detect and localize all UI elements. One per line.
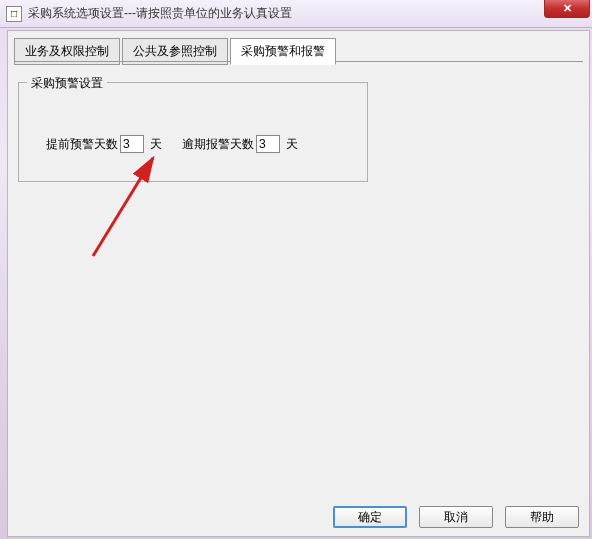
button-label: 帮助 [530, 509, 554, 526]
tab-label: 业务及权限控制 [25, 44, 109, 58]
ok-button[interactable]: 确定 [333, 506, 407, 528]
tab-purchase-alerts[interactable]: 采购预警和报警 [230, 38, 336, 65]
purchase-alert-group: 采购预警设置 提前预警天数 天 逾期报警天数 天 [18, 82, 368, 182]
button-bar: 确定 取消 帮助 [333, 506, 579, 528]
advance-days-label: 提前预警天数 [46, 136, 118, 153]
titlebar: □ 采购系统选项设置---请按照贵单位的业务认真设置 ✕ [0, 0, 592, 28]
client-area: 业务及权限控制 公共及参照控制 采购预警和报警 采购预警设置 提前预警天数 天 … [7, 30, 590, 537]
group-legend: 采购预警设置 [27, 75, 107, 92]
app-icon: □ [6, 6, 22, 22]
overdue-days-label: 逾期报警天数 [182, 136, 254, 153]
overdue-days-input[interactable] [256, 135, 280, 153]
overdue-days-unit: 天 [286, 136, 298, 153]
tab-label: 公共及参照控制 [133, 44, 217, 58]
app-icon-glyph: □ [11, 8, 17, 19]
dialog-window: □ 采购系统选项设置---请按照贵单位的业务认真设置 ✕ 业务及权限控制 公共及… [0, 0, 592, 539]
advance-days-input[interactable] [120, 135, 144, 153]
advance-days-unit: 天 [150, 136, 162, 153]
tab-strip: 业务及权限控制 公共及参照控制 采购预警和报警 [8, 31, 589, 64]
close-button[interactable]: ✕ [544, 0, 590, 18]
button-label: 确定 [358, 509, 382, 526]
tab-label: 采购预警和报警 [241, 44, 325, 58]
tab-content: 采购预警设置 提前预警天数 天 逾期报警天数 天 [8, 64, 589, 192]
window-title: 采购系统选项设置---请按照贵单位的业务认真设置 [28, 5, 292, 22]
cancel-button[interactable]: 取消 [419, 506, 493, 528]
help-button[interactable]: 帮助 [505, 506, 579, 528]
close-icon: ✕ [563, 2, 572, 15]
field-row: 提前预警天数 天 逾期报警天数 天 [31, 135, 355, 153]
button-label: 取消 [444, 509, 468, 526]
